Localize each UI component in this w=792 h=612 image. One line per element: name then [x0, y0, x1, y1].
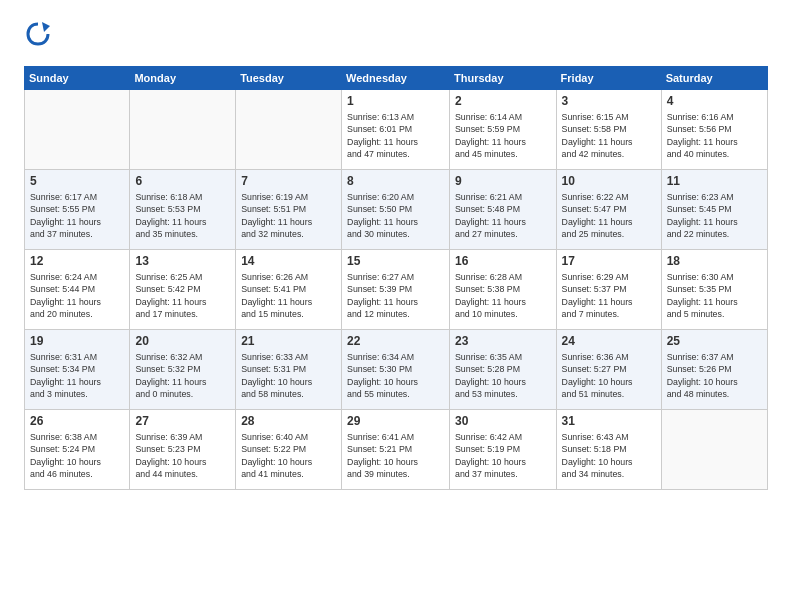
day-number: 10 [562, 174, 656, 188]
calendar-cell: 30Sunrise: 6:42 AM Sunset: 5:19 PM Dayli… [450, 410, 557, 490]
day-info: Sunrise: 6:25 AM Sunset: 5:42 PM Dayligh… [135, 271, 230, 320]
logo-icon [24, 20, 52, 48]
day-info: Sunrise: 6:18 AM Sunset: 5:53 PM Dayligh… [135, 191, 230, 240]
day-info: Sunrise: 6:21 AM Sunset: 5:48 PM Dayligh… [455, 191, 551, 240]
calendar-cell: 5Sunrise: 6:17 AM Sunset: 5:55 PM Daylig… [25, 170, 130, 250]
day-info: Sunrise: 6:39 AM Sunset: 5:23 PM Dayligh… [135, 431, 230, 480]
calendar-week-row: 12Sunrise: 6:24 AM Sunset: 5:44 PM Dayli… [25, 250, 768, 330]
day-info: Sunrise: 6:37 AM Sunset: 5:26 PM Dayligh… [667, 351, 762, 400]
day-number: 9 [455, 174, 551, 188]
calendar-cell: 3Sunrise: 6:15 AM Sunset: 5:58 PM Daylig… [556, 90, 661, 170]
weekday-header-sunday: Sunday [25, 67, 130, 90]
calendar-week-row: 19Sunrise: 6:31 AM Sunset: 5:34 PM Dayli… [25, 330, 768, 410]
day-number: 4 [667, 94, 762, 108]
calendar-cell: 8Sunrise: 6:20 AM Sunset: 5:50 PM Daylig… [342, 170, 450, 250]
calendar-cell: 17Sunrise: 6:29 AM Sunset: 5:37 PM Dayli… [556, 250, 661, 330]
header [24, 20, 768, 52]
calendar-cell: 18Sunrise: 6:30 AM Sunset: 5:35 PM Dayli… [661, 250, 767, 330]
day-info: Sunrise: 6:38 AM Sunset: 5:24 PM Dayligh… [30, 431, 124, 480]
calendar-cell: 15Sunrise: 6:27 AM Sunset: 5:39 PM Dayli… [342, 250, 450, 330]
calendar-cell: 16Sunrise: 6:28 AM Sunset: 5:38 PM Dayli… [450, 250, 557, 330]
day-number: 23 [455, 334, 551, 348]
calendar-cell: 25Sunrise: 6:37 AM Sunset: 5:26 PM Dayli… [661, 330, 767, 410]
day-number: 18 [667, 254, 762, 268]
day-info: Sunrise: 6:19 AM Sunset: 5:51 PM Dayligh… [241, 191, 336, 240]
calendar-cell: 13Sunrise: 6:25 AM Sunset: 5:42 PM Dayli… [130, 250, 236, 330]
calendar-cell: 7Sunrise: 6:19 AM Sunset: 5:51 PM Daylig… [236, 170, 342, 250]
day-number: 22 [347, 334, 444, 348]
day-info: Sunrise: 6:22 AM Sunset: 5:47 PM Dayligh… [562, 191, 656, 240]
day-number: 24 [562, 334, 656, 348]
weekday-header-friday: Friday [556, 67, 661, 90]
calendar-cell: 2Sunrise: 6:14 AM Sunset: 5:59 PM Daylig… [450, 90, 557, 170]
day-number: 8 [347, 174, 444, 188]
weekday-header-wednesday: Wednesday [342, 67, 450, 90]
day-info: Sunrise: 6:20 AM Sunset: 5:50 PM Dayligh… [347, 191, 444, 240]
calendar-cell: 23Sunrise: 6:35 AM Sunset: 5:28 PM Dayli… [450, 330, 557, 410]
day-number: 27 [135, 414, 230, 428]
calendar-cell [25, 90, 130, 170]
day-number: 14 [241, 254, 336, 268]
day-number: 6 [135, 174, 230, 188]
day-info: Sunrise: 6:23 AM Sunset: 5:45 PM Dayligh… [667, 191, 762, 240]
page: SundayMondayTuesdayWednesdayThursdayFrid… [0, 0, 792, 612]
calendar-cell: 29Sunrise: 6:41 AM Sunset: 5:21 PM Dayli… [342, 410, 450, 490]
calendar-week-row: 5Sunrise: 6:17 AM Sunset: 5:55 PM Daylig… [25, 170, 768, 250]
calendar-cell: 31Sunrise: 6:43 AM Sunset: 5:18 PM Dayli… [556, 410, 661, 490]
day-info: Sunrise: 6:17 AM Sunset: 5:55 PM Dayligh… [30, 191, 124, 240]
day-info: Sunrise: 6:40 AM Sunset: 5:22 PM Dayligh… [241, 431, 336, 480]
day-number: 13 [135, 254, 230, 268]
calendar-header-row: SundayMondayTuesdayWednesdayThursdayFrid… [25, 67, 768, 90]
weekday-header-monday: Monday [130, 67, 236, 90]
day-number: 15 [347, 254, 444, 268]
calendar-cell: 4Sunrise: 6:16 AM Sunset: 5:56 PM Daylig… [661, 90, 767, 170]
calendar-week-row: 26Sunrise: 6:38 AM Sunset: 5:24 PM Dayli… [25, 410, 768, 490]
day-number: 19 [30, 334, 124, 348]
calendar-cell: 14Sunrise: 6:26 AM Sunset: 5:41 PM Dayli… [236, 250, 342, 330]
calendar-cell: 22Sunrise: 6:34 AM Sunset: 5:30 PM Dayli… [342, 330, 450, 410]
day-number: 26 [30, 414, 124, 428]
day-number: 30 [455, 414, 551, 428]
day-number: 2 [455, 94, 551, 108]
day-info: Sunrise: 6:36 AM Sunset: 5:27 PM Dayligh… [562, 351, 656, 400]
day-info: Sunrise: 6:15 AM Sunset: 5:58 PM Dayligh… [562, 111, 656, 160]
day-info: Sunrise: 6:35 AM Sunset: 5:28 PM Dayligh… [455, 351, 551, 400]
day-info: Sunrise: 6:33 AM Sunset: 5:31 PM Dayligh… [241, 351, 336, 400]
calendar-cell: 27Sunrise: 6:39 AM Sunset: 5:23 PM Dayli… [130, 410, 236, 490]
day-number: 25 [667, 334, 762, 348]
day-info: Sunrise: 6:26 AM Sunset: 5:41 PM Dayligh… [241, 271, 336, 320]
day-info: Sunrise: 6:16 AM Sunset: 5:56 PM Dayligh… [667, 111, 762, 160]
calendar-week-row: 1Sunrise: 6:13 AM Sunset: 6:01 PM Daylig… [25, 90, 768, 170]
day-number: 7 [241, 174, 336, 188]
calendar-cell: 24Sunrise: 6:36 AM Sunset: 5:27 PM Dayli… [556, 330, 661, 410]
weekday-header-saturday: Saturday [661, 67, 767, 90]
day-info: Sunrise: 6:42 AM Sunset: 5:19 PM Dayligh… [455, 431, 551, 480]
day-info: Sunrise: 6:24 AM Sunset: 5:44 PM Dayligh… [30, 271, 124, 320]
day-number: 5 [30, 174, 124, 188]
day-number: 3 [562, 94, 656, 108]
calendar-cell: 21Sunrise: 6:33 AM Sunset: 5:31 PM Dayli… [236, 330, 342, 410]
weekday-header-thursday: Thursday [450, 67, 557, 90]
calendar-cell: 9Sunrise: 6:21 AM Sunset: 5:48 PM Daylig… [450, 170, 557, 250]
calendar-cell: 12Sunrise: 6:24 AM Sunset: 5:44 PM Dayli… [25, 250, 130, 330]
day-number: 1 [347, 94, 444, 108]
calendar-cell: 11Sunrise: 6:23 AM Sunset: 5:45 PM Dayli… [661, 170, 767, 250]
day-info: Sunrise: 6:31 AM Sunset: 5:34 PM Dayligh… [30, 351, 124, 400]
calendar-cell: 28Sunrise: 6:40 AM Sunset: 5:22 PM Dayli… [236, 410, 342, 490]
day-info: Sunrise: 6:43 AM Sunset: 5:18 PM Dayligh… [562, 431, 656, 480]
day-number: 21 [241, 334, 336, 348]
day-number: 12 [30, 254, 124, 268]
calendar-cell: 26Sunrise: 6:38 AM Sunset: 5:24 PM Dayli… [25, 410, 130, 490]
calendar: SundayMondayTuesdayWednesdayThursdayFrid… [24, 66, 768, 490]
day-number: 31 [562, 414, 656, 428]
day-info: Sunrise: 6:14 AM Sunset: 5:59 PM Dayligh… [455, 111, 551, 160]
day-info: Sunrise: 6:27 AM Sunset: 5:39 PM Dayligh… [347, 271, 444, 320]
day-number: 16 [455, 254, 551, 268]
calendar-cell [130, 90, 236, 170]
calendar-cell: 10Sunrise: 6:22 AM Sunset: 5:47 PM Dayli… [556, 170, 661, 250]
day-number: 28 [241, 414, 336, 428]
day-number: 20 [135, 334, 230, 348]
calendar-cell: 6Sunrise: 6:18 AM Sunset: 5:53 PM Daylig… [130, 170, 236, 250]
day-info: Sunrise: 6:34 AM Sunset: 5:30 PM Dayligh… [347, 351, 444, 400]
day-info: Sunrise: 6:28 AM Sunset: 5:38 PM Dayligh… [455, 271, 551, 320]
